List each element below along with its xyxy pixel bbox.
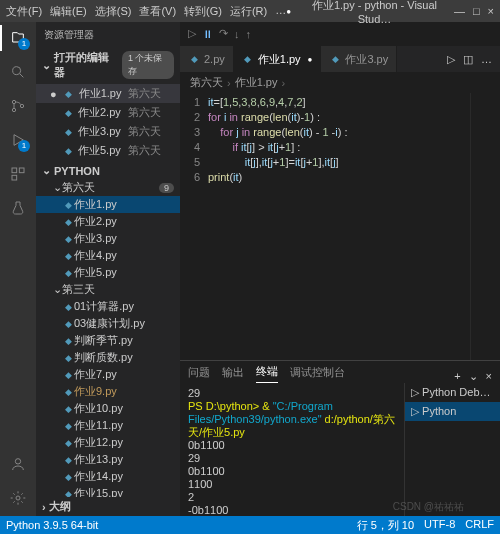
- breadcrumb-item[interactable]: 作业1.py: [235, 75, 278, 90]
- editor-tab[interactable]: 作业1.py: [234, 46, 322, 72]
- menu-item[interactable]: 查看(V): [139, 4, 176, 19]
- tree-label: 第三天: [62, 282, 95, 297]
- panel-tab[interactable]: 输出: [222, 362, 244, 383]
- tree-file[interactable]: 03健康计划.py: [36, 315, 180, 332]
- source-control-icon[interactable]: [8, 96, 28, 116]
- python-file-icon: [329, 53, 341, 65]
- tree-file[interactable]: 作业9.py: [36, 383, 180, 400]
- tree-file[interactable]: 作业4.py: [36, 247, 180, 264]
- tree-label: 作业14.py: [74, 469, 123, 484]
- breadcrumb[interactable]: 第六天 › 作业1.py ›: [180, 72, 500, 93]
- window-button[interactable]: □: [473, 5, 480, 17]
- pause-icon[interactable]: ⏸: [202, 28, 213, 40]
- account-icon[interactable]: [8, 454, 28, 474]
- minimap[interactable]: [470, 93, 500, 360]
- more-icon[interactable]: …: [481, 53, 492, 65]
- window-controls: —□×: [454, 5, 494, 17]
- testing-icon[interactable]: [8, 198, 28, 218]
- tree-file[interactable]: 作业15.py: [36, 485, 180, 497]
- activity-bar: 1 1: [0, 22, 36, 516]
- step-into-icon[interactable]: ↓: [234, 28, 240, 40]
- panel-tab[interactable]: 终端: [256, 361, 278, 383]
- python-file-icon: [62, 420, 74, 432]
- open-editor-item[interactable]: 作业3.py第六天: [36, 122, 180, 141]
- tree-file[interactable]: 作业14.py: [36, 468, 180, 485]
- status-item[interactable]: UTF-8: [424, 518, 455, 533]
- gear-icon[interactable]: [8, 488, 28, 508]
- panel-tab[interactable]: 问题: [188, 362, 210, 383]
- tree-label: 作业12.py: [74, 435, 123, 450]
- menu-item[interactable]: 文件(F): [6, 4, 42, 19]
- open-editors-list: ●作业1.py第六天作业2.py第六天作业3.py第六天作业5.py第六天: [36, 82, 180, 162]
- workspace-header[interactable]: ⌄PYTHON: [36, 162, 180, 179]
- window-button[interactable]: —: [454, 5, 465, 17]
- terminal-option[interactable]: ▷ Python: [405, 402, 500, 421]
- panel-tabs: 问题输出终端调试控制台+⌄×: [180, 361, 500, 383]
- chevron-down-icon[interactable]: ⌄: [469, 370, 478, 383]
- python-file-icon: [62, 454, 74, 466]
- tree-file[interactable]: 作业13.py: [36, 451, 180, 468]
- tree-file[interactable]: 判断质数.py: [36, 349, 180, 366]
- tree-file[interactable]: 作业12.py: [36, 434, 180, 451]
- status-item[interactable]: CRLF: [465, 518, 494, 533]
- python-file-icon: [62, 471, 74, 483]
- file-path: 第六天: [128, 105, 161, 120]
- tree-file[interactable]: 作业10.py: [36, 400, 180, 417]
- terminal[interactable]: 29PS D:\python> & "C:/Program Files/Pyth…: [180, 383, 404, 516]
- split-icon[interactable]: ◫: [463, 53, 473, 66]
- tree-folder[interactable]: ⌄第六天9: [36, 179, 180, 196]
- search-icon[interactable]: [8, 62, 28, 82]
- tree-file[interactable]: 作业7.py: [36, 366, 180, 383]
- tree-file[interactable]: 作业3.py: [36, 230, 180, 247]
- menu-more[interactable]: …: [275, 4, 286, 19]
- tree-file[interactable]: 作业1.py: [36, 196, 180, 213]
- close-icon[interactable]: ×: [486, 370, 492, 383]
- breadcrumb-item[interactable]: 第六天: [190, 75, 223, 90]
- editor-tab[interactable]: 作业3.py: [321, 46, 397, 72]
- run-debug-icon[interactable]: 1: [8, 130, 28, 150]
- tree-file[interactable]: 判断季节.py: [36, 332, 180, 349]
- svg-point-8: [16, 496, 20, 500]
- tree-folder[interactable]: ⌄第三天: [36, 281, 180, 298]
- menu-item[interactable]: 转到(G): [184, 4, 222, 19]
- tree-file[interactable]: 作业11.py: [36, 417, 180, 434]
- outline-header[interactable]: ›大纲: [36, 497, 180, 516]
- tree-file[interactable]: 作业5.py: [36, 264, 180, 281]
- continue-icon[interactable]: ▷: [188, 27, 196, 40]
- tree-label: 作业4.py: [74, 248, 117, 263]
- python-file-icon: [62, 126, 74, 138]
- explorer-icon[interactable]: 1: [8, 28, 28, 48]
- debug-toolbar: ▷ ⏸ ↷ ↓ ↑: [180, 22, 500, 46]
- tab-label: 2.py: [204, 53, 225, 65]
- run-icon[interactable]: ▷: [447, 53, 455, 66]
- open-editors-header[interactable]: ⌄打开的编辑器1 个未保存: [36, 48, 180, 82]
- add-terminal-icon[interactable]: +: [454, 370, 460, 383]
- extensions-icon[interactable]: [8, 164, 28, 184]
- svg-point-0: [13, 67, 21, 75]
- editor-tab[interactable]: 2.py: [180, 46, 234, 72]
- tree-label: 03健康计划.py: [74, 316, 145, 331]
- tree-file[interactable]: 作业2.py: [36, 213, 180, 230]
- python-file-icon: [62, 318, 74, 330]
- code-editor[interactable]: 123456 it=[1,5,3,8,6,9,4,7,2]for i in ra…: [180, 93, 500, 360]
- svg-rect-6: [12, 175, 17, 180]
- python-file-icon: [62, 369, 74, 381]
- menu-item[interactable]: 编辑(E): [50, 4, 87, 19]
- status-python[interactable]: Python 3.9.5 64-bit: [6, 519, 98, 531]
- menu-item[interactable]: 运行(R): [230, 4, 267, 19]
- menu-item[interactable]: 选择(S): [95, 4, 132, 19]
- tree-label: 作业11.py: [74, 418, 123, 433]
- step-over-icon[interactable]: ↷: [219, 27, 228, 40]
- status-item[interactable]: 行 5，列 10: [357, 518, 414, 533]
- panel-tab[interactable]: 调试控制台: [290, 362, 345, 383]
- python-file-icon: [62, 107, 74, 119]
- window-button[interactable]: ×: [488, 5, 494, 17]
- status-right: 行 5，列 10UTF-8CRLF: [357, 518, 494, 533]
- open-editor-item[interactable]: 作业5.py第六天: [36, 141, 180, 160]
- python-file-icon: [62, 216, 74, 228]
- tree-file[interactable]: 01计算器.py: [36, 298, 180, 315]
- open-editor-item[interactable]: ●作业1.py第六天: [36, 84, 180, 103]
- open-editor-item[interactable]: 作业2.py第六天: [36, 103, 180, 122]
- terminal-option[interactable]: ▷ Python Deb…: [405, 383, 500, 402]
- step-out-icon[interactable]: ↑: [246, 28, 252, 40]
